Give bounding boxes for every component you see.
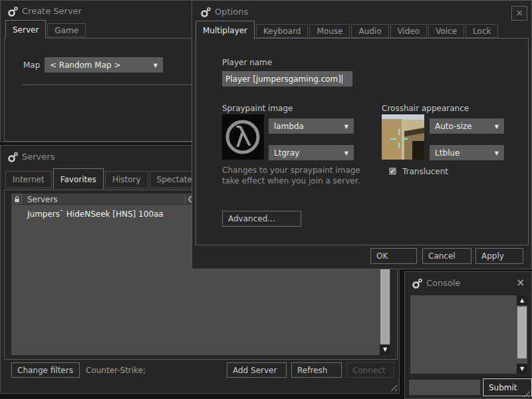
scroll-up-icon: ▲ [520, 297, 524, 303]
submit-button[interactable]: Submit [483, 378, 532, 396]
server-row[interactable]: Jumpers` HideNSeek [HNS] 100aa [27, 209, 164, 219]
options-tabs: Multiplayer Keyboard Mouse Audio Video V… [196, 21, 498, 39]
add-server-button[interactable]: Add Server [227, 362, 287, 378]
scroll-down-icon: ▼ [520, 366, 524, 372]
window-title: Servers [22, 152, 55, 162]
scroll-down-button[interactable]: ▼ [380, 344, 390, 355]
steam-icon [200, 7, 211, 18]
scrollbar-thumb[interactable] [517, 307, 527, 358]
window-title: Console [426, 278, 461, 288]
create-server-tabs: Server Game [5, 20, 86, 39]
cancel-button[interactable]: Cancel [422, 248, 471, 264]
filter-summary: Counter-Strike; [86, 366, 146, 375]
change-filters-label: Change filters [17, 366, 73, 375]
tab-multiplayer[interactable]: Multiplayer [196, 21, 255, 39]
tab-server[interactable]: Server [5, 20, 46, 39]
tab-audio[interactable]: Audio [351, 24, 388, 38]
multiplayer-page [196, 38, 529, 245]
console-input[interactable] [409, 380, 480, 395]
tab-favorites[interactable]: Favorites [53, 168, 104, 190]
ok-label: OK [376, 251, 388, 261]
change-filters-button[interactable]: Change filters [11, 362, 80, 378]
tab-game[interactable]: Game [47, 23, 86, 37]
window-title: Create Server [22, 6, 82, 16]
tab-mouse[interactable]: Mouse [309, 24, 350, 38]
column-lock[interactable] [12, 194, 22, 204]
connect-button[interactable]: Connect [346, 362, 394, 378]
console-titlebar[interactable]: Console × [405, 272, 531, 291]
apply-button[interactable]: Apply [475, 248, 523, 264]
console-window: Console × ▲ ▼ Submit [404, 271, 532, 399]
scroll-up-button[interactable]: ▲ [517, 295, 527, 305]
steam-icon [412, 278, 423, 289]
submit-label: Submit [489, 383, 517, 392]
refresh-label: Refresh [297, 366, 327, 375]
lock-icon [14, 196, 20, 203]
tab-internet[interactable]: Internet [5, 171, 52, 188]
window-title: Options [215, 7, 248, 17]
tab-lock[interactable]: Lock [466, 24, 498, 38]
console-scrollbar[interactable]: ▲ ▼ [517, 295, 527, 374]
refresh-button[interactable]: Refresh [291, 362, 342, 378]
tab-voice[interactable]: Voice [428, 24, 464, 38]
options-titlebar[interactable]: Options × [192, 1, 531, 19]
ok-button[interactable]: OK [370, 248, 417, 264]
close-icon[interactable]: × [511, 6, 527, 21]
tab-video[interactable]: Video [390, 24, 428, 38]
steam-icon [7, 6, 19, 17]
scroll-down-button[interactable]: ▼ [517, 364, 527, 374]
tab-history[interactable]: History [105, 171, 148, 188]
column-separator[interactable] [185, 194, 186, 203]
apply-label: Apply [481, 251, 504, 261]
column-servers[interactable]: Servers [27, 195, 58, 204]
tab-keyboard[interactable]: Keyboard [256, 24, 308, 38]
add-server-label: Add Server [233, 366, 277, 375]
resize-grip[interactable] [388, 382, 397, 391]
steam-icon [7, 152, 19, 163]
connect-label: Connect [352, 366, 386, 375]
scroll-down-icon: ▼ [383, 346, 387, 352]
console-output[interactable]: ▲ ▼ [410, 295, 527, 374]
desktop: Create Server Server Game Map < Random M… [0, 0, 532, 399]
cancel-label: Cancel [428, 251, 456, 261]
options-window: Options × Multiplayer Keyboard Mouse Aud… [192, 0, 532, 269]
servers-tabs: Internet Favorites History Spectate [5, 168, 200, 190]
close-icon[interactable]: × [516, 277, 525, 289]
